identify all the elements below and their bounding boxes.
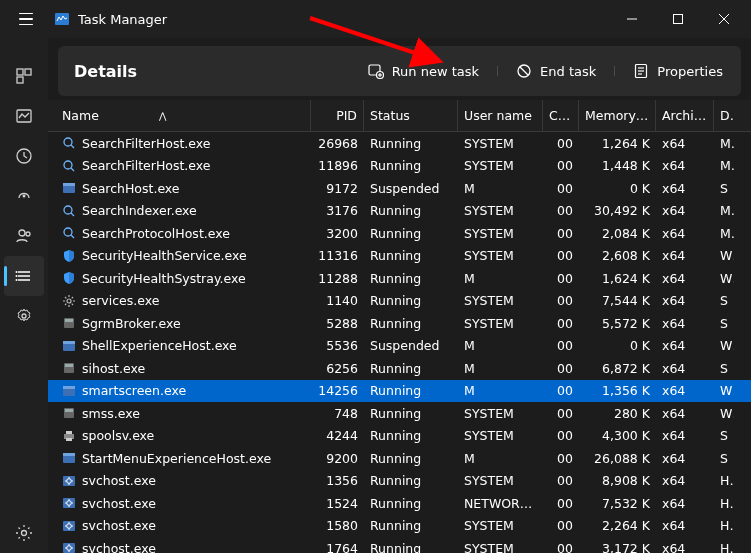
sidebar-item-processes[interactable] [4, 56, 44, 96]
column-header-pid[interactable]: PID [311, 100, 364, 131]
column-header-user[interactable]: User name [458, 100, 543, 131]
table-row[interactable]: SearchHost.exe9172SuspendedM000 Kx64S [48, 177, 751, 200]
cell-cpu: 00 [543, 181, 579, 196]
cell-cpu: 00 [543, 203, 579, 218]
cell-desc: S [714, 316, 734, 331]
divider [614, 66, 615, 76]
column-header-arch[interactable]: Archite... [656, 100, 714, 131]
run-new-task-button[interactable]: Run new task [356, 56, 491, 86]
cell-cpu: 00 [543, 293, 579, 308]
svg-rect-49 [63, 386, 75, 389]
cell-pid: 3176 [311, 203, 364, 218]
process-name: services.exe [82, 293, 159, 308]
cell-cpu: 00 [543, 383, 579, 398]
svg-rect-2 [674, 15, 683, 24]
svg-point-33 [64, 161, 72, 169]
svg-line-26 [520, 67, 528, 75]
properties-button[interactable]: Properties [621, 56, 735, 86]
close-button[interactable] [701, 0, 747, 38]
cell-arch: x64 [656, 496, 714, 511]
cell-status: Running [364, 541, 458, 553]
sidebar-item-app-history[interactable] [4, 136, 44, 176]
table-header: Name⋀ PID Status User name CPU Memory (a… [48, 100, 751, 132]
cell-status: Running [364, 271, 458, 286]
section-title: Details [74, 62, 137, 81]
svg-point-18 [16, 279, 18, 281]
end-task-button[interactable]: End task [504, 56, 608, 86]
table-row[interactable]: sihost.exe6256RunningM006,872 Kx64S [48, 357, 751, 380]
column-header-name[interactable]: Name⋀ [58, 100, 311, 131]
cell-desc: H [714, 541, 734, 553]
cell-user: NETWORK ... [458, 496, 543, 511]
cell-cpu: 00 [543, 518, 579, 533]
table-row[interactable]: SgrmBroker.exe5288RunningSYSTEM005,572 K… [48, 312, 751, 335]
sidebar-item-users[interactable] [4, 216, 44, 256]
cell-cpu: 00 [543, 541, 579, 553]
window-icon [62, 384, 76, 398]
sidebar-item-settings[interactable] [4, 513, 44, 553]
cell-arch: x64 [656, 361, 714, 376]
table-row[interactable]: StartMenuExperienceHost.exe9200RunningM0… [48, 447, 751, 470]
table-row[interactable]: SecurityHealthService.exe11316RunningSYS… [48, 245, 751, 268]
hamburger-menu-button[interactable] [14, 8, 38, 31]
properties-icon [633, 63, 649, 79]
table-row[interactable]: services.exe1140RunningSYSTEM007,544 Kx6… [48, 290, 751, 313]
table-row[interactable]: svchost.exe1356RunningSYSTEM008,908 Kx64… [48, 470, 751, 493]
cell-desc: M [714, 226, 734, 241]
process-name: SearchIndexer.exe [82, 203, 197, 218]
svg-rect-5 [17, 69, 23, 75]
table-row[interactable]: svchost.exe1580RunningSYSTEM002,264 Kx64… [48, 515, 751, 538]
table-row[interactable]: SearchProtocolHost.exe3200RunningSYSTEM0… [48, 222, 751, 245]
table-body: SearchFilterHost.exe26968RunningSYSTEM00… [48, 132, 751, 553]
table-row[interactable]: SearchIndexer.exe3176RunningSYSTEM0030,4… [48, 200, 751, 223]
sidebar [0, 38, 48, 553]
column-header-status[interactable]: Status [364, 100, 458, 131]
cell-user: SYSTEM [458, 136, 543, 151]
section-header: Details Run new task End task Properties [58, 46, 741, 96]
sidebar-item-details[interactable] [4, 256, 44, 296]
svg-line-40 [71, 235, 74, 238]
cell-mem: 3,172 K [579, 541, 656, 553]
sidebar-item-services[interactable] [4, 296, 44, 336]
divider [497, 66, 498, 76]
table-row[interactable]: spoolsv.exe4244RunningSYSTEM004,300 Kx64… [48, 425, 751, 448]
cell-desc: H [714, 496, 734, 511]
svg-rect-53 [66, 431, 72, 434]
cell-cpu: 00 [543, 248, 579, 263]
cell-user: SYSTEM [458, 406, 543, 421]
column-header-memory[interactable]: Memory (a... [579, 100, 656, 131]
table-row[interactable]: smss.exe748RunningSYSTEM00280 Kx64W [48, 402, 751, 425]
process-name: SgrmBroker.exe [82, 316, 181, 331]
column-header-desc[interactable]: D [714, 100, 734, 131]
table-row[interactable]: SearchFilterHost.exe11896RunningSYSTEM00… [48, 155, 751, 178]
process-name: smss.exe [82, 406, 140, 421]
cell-arch: x64 [656, 406, 714, 421]
table-row[interactable]: smartscreen.exe14256RunningM001,356 Kx64… [48, 380, 751, 403]
cell-pid: 9200 [311, 451, 364, 466]
cell-user: SYSTEM [458, 316, 543, 331]
cell-pid: 11896 [311, 158, 364, 173]
exe-icon [62, 406, 76, 420]
process-name: SecurityHealthSystray.exe [82, 271, 246, 286]
sidebar-item-startup-apps[interactable] [4, 176, 44, 216]
cell-mem: 1,264 K [579, 136, 656, 151]
cell-user: M [458, 181, 543, 196]
cell-pid: 3200 [311, 226, 364, 241]
table-row[interactable]: ShellExperienceHost.exe5536SuspendedM000… [48, 335, 751, 358]
table-row[interactable]: svchost.exe1524RunningNETWORK ...007,532… [48, 492, 751, 515]
end-task-icon [516, 63, 532, 79]
table-row[interactable]: SearchFilterHost.exe26968RunningSYSTEM00… [48, 132, 751, 155]
cell-user: SYSTEM [458, 428, 543, 443]
maximize-button[interactable] [655, 0, 701, 38]
minimize-button[interactable] [609, 0, 655, 38]
column-header-cpu[interactable]: CPU [543, 100, 579, 131]
table-row[interactable]: svchost.exe1764RunningSYSTEM003,172 Kx64… [48, 537, 751, 553]
cell-cpu: 00 [543, 428, 579, 443]
table-row[interactable]: SecurityHealthSystray.exe11288RunningM00… [48, 267, 751, 290]
sidebar-item-performance[interactable] [4, 96, 44, 136]
cell-pid: 11316 [311, 248, 364, 263]
cell-mem: 4,300 K [579, 428, 656, 443]
svg-rect-56 [63, 453, 75, 456]
cell-desc: M [714, 158, 734, 173]
cell-mem: 1,356 K [579, 383, 656, 398]
